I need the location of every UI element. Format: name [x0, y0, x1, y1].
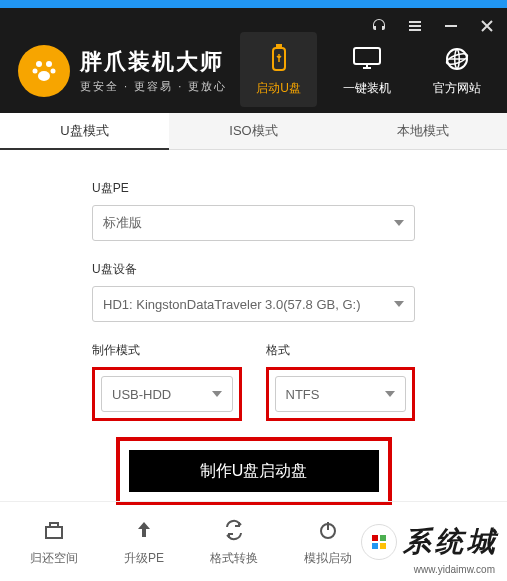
watermark-icon [361, 524, 397, 560]
format-select[interactable]: NTFS [275, 376, 407, 412]
chevron-down-icon [212, 391, 222, 397]
paw-icon [18, 45, 70, 97]
power-icon [317, 516, 339, 544]
highlight-box: USB-HDD [92, 367, 242, 421]
svg-rect-0 [445, 25, 457, 27]
nav-website[interactable]: 官方网站 [417, 32, 497, 107]
watermark-url: www.yidaimw.com [414, 564, 495, 575]
upgrade-icon [133, 516, 155, 544]
svg-point-5 [38, 71, 50, 81]
svg-rect-16 [372, 543, 378, 549]
nav-reinstall[interactable]: 一键装机 [327, 32, 407, 107]
format-convert-button[interactable]: 格式转换 [210, 516, 258, 567]
nav-label: 启动U盘 [256, 80, 301, 97]
pe-label: U盘PE [92, 180, 415, 197]
mode-select[interactable]: USB-HDD [101, 376, 233, 412]
device-select[interactable]: HD1: KingstonDataTraveler 3.0(57.8 GB, G… [92, 286, 415, 322]
footer-label: 升级PE [124, 550, 164, 567]
convert-icon [223, 516, 245, 544]
pe-select[interactable]: 标准版 [92, 205, 415, 241]
chevron-down-icon [385, 391, 395, 397]
svg-rect-8 [354, 48, 380, 64]
monitor-icon [352, 42, 382, 76]
app-header: 胖爪装机大师 更安全 · 更容易 · 更放心 启动U盘 一键装机 官方网站 [0, 8, 507, 113]
app-logo: 胖爪装机大师 更安全 · 更容易 · 更放心 [18, 45, 227, 97]
footer-label: 格式转换 [210, 550, 258, 567]
menu-icon[interactable] [407, 18, 423, 34]
mode-label: 制作模式 [92, 342, 242, 359]
format-value: NTFS [286, 387, 320, 402]
simulate-boot-button[interactable]: 模拟启动 [304, 516, 352, 567]
watermark: 系统城 [361, 523, 507, 561]
watermark-text: 系统城 [403, 523, 499, 561]
tab-local-mode[interactable]: 本地模式 [338, 113, 507, 150]
minimize-icon[interactable] [443, 18, 459, 34]
mode-value: USB-HDD [112, 387, 171, 402]
svg-point-1 [36, 61, 42, 67]
svg-rect-17 [380, 543, 386, 549]
nav-label: 一键装机 [343, 80, 391, 97]
nav-label: 官方网站 [433, 80, 481, 97]
svg-point-2 [46, 61, 52, 67]
svg-rect-7 [276, 44, 282, 49]
svg-rect-12 [50, 523, 58, 527]
nav-usb-boot[interactable]: 启动U盘 [240, 32, 317, 107]
footer-toolbar: 归还空间 升级PE 格式转换 模拟启动 系统城 www.yidaimw.com [0, 501, 507, 581]
format-label: 格式 [266, 342, 416, 359]
device-value: HD1: KingstonDataTraveler 3.0(57.8 GB, G… [103, 297, 360, 312]
brand-title: 胖爪装机大师 [80, 47, 227, 77]
restore-space-button[interactable]: 归还空间 [30, 516, 78, 567]
svg-rect-11 [46, 527, 62, 538]
close-icon[interactable] [479, 18, 495, 34]
svg-point-3 [33, 68, 38, 73]
footer-label: 模拟启动 [304, 550, 352, 567]
tab-iso-mode[interactable]: ISO模式 [169, 113, 338, 150]
svg-point-4 [51, 68, 56, 73]
highlight-box: NTFS [266, 367, 416, 421]
svg-rect-15 [380, 535, 386, 541]
chevron-down-icon [394, 301, 404, 307]
device-label: U盘设备 [92, 261, 415, 278]
pe-value: 标准版 [103, 214, 142, 232]
upgrade-pe-button[interactable]: 升级PE [124, 516, 164, 567]
chevron-down-icon [394, 220, 404, 226]
create-usb-button[interactable]: 制作U盘启动盘 [129, 450, 379, 492]
brand-subtitle: 更安全 · 更容易 · 更放心 [80, 79, 227, 94]
tab-usb-mode[interactable]: U盘模式 [0, 113, 169, 150]
mode-tabs: U盘模式 ISO模式 本地模式 [0, 113, 507, 150]
ie-icon [443, 42, 471, 76]
footer-label: 归还空间 [30, 550, 78, 567]
restore-icon [43, 516, 65, 544]
usb-icon [267, 42, 291, 76]
headphones-icon[interactable] [371, 18, 387, 34]
svg-rect-14 [372, 535, 378, 541]
highlight-box: 制作U盘启动盘 [116, 437, 392, 505]
